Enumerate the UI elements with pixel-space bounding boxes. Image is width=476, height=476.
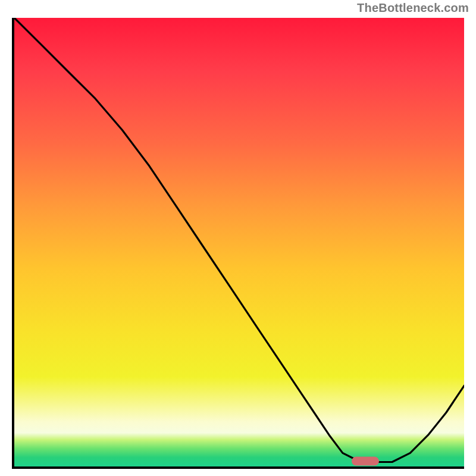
- watermark-text: TheBottleneck.com: [357, 1, 469, 15]
- marker-pill: [352, 456, 379, 465]
- curve-svg: [14, 18, 464, 466]
- plot-area: [14, 18, 464, 466]
- chart-canvas: TheBottleneck.com: [0, 0, 476, 476]
- curve-path: [14, 18, 464, 462]
